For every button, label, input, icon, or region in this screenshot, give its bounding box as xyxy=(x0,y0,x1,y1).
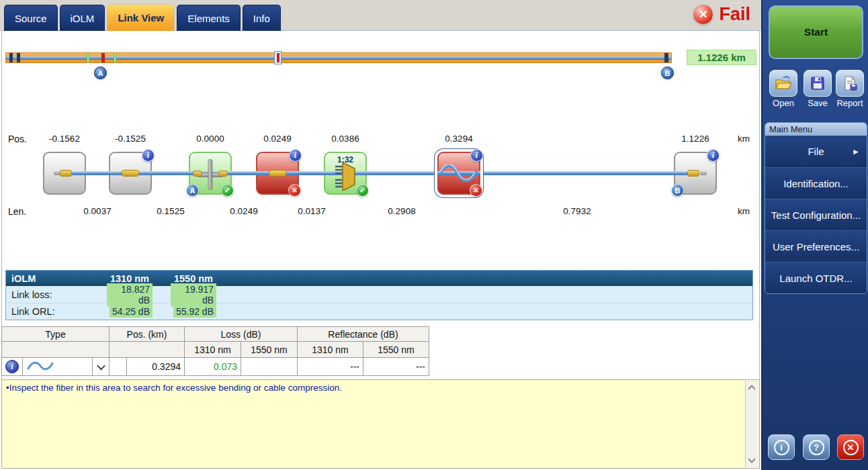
diagnostic-message-text: •Inspect the fiber in this area to searc… xyxy=(2,380,759,395)
test-status: ✕ Fail xyxy=(693,4,750,25)
open-folder-icon xyxy=(774,75,793,91)
pass-check-icon: ✓ xyxy=(221,184,234,197)
main-menu-title: Main Menu xyxy=(765,123,867,136)
link-overview-bar[interactable] xyxy=(5,52,672,63)
type-dropdown[interactable] xyxy=(93,358,110,376)
overview-connector-tick xyxy=(17,53,20,62)
info-badge-icon[interactable]: i xyxy=(142,149,155,162)
segment-length: 0.2908 xyxy=(388,206,415,216)
report-button[interactable] xyxy=(836,70,864,97)
info-badge-icon[interactable]: i xyxy=(707,149,720,162)
help-icon: ? xyxy=(809,440,824,455)
save-button[interactable] xyxy=(804,70,832,97)
overview-connector-tick xyxy=(9,53,13,62)
overview-pass-tick xyxy=(114,53,116,62)
element-splice-1[interactable]: i xyxy=(109,152,152,195)
element-position: 0.3294 xyxy=(445,134,472,144)
overview-fail-tick xyxy=(277,53,279,62)
marker-a-badge: A xyxy=(186,184,199,197)
link-loss-1310-value: 18.827 dB xyxy=(107,283,153,306)
menu-item-test-configuration[interactable]: Test Configuration... xyxy=(765,199,867,230)
loss-1310-value: 0.073 xyxy=(185,358,241,376)
element-position: 1.1226 xyxy=(681,134,709,144)
loss-1550-header: 1550 nm xyxy=(241,342,298,358)
about-button[interactable]: i xyxy=(768,434,795,460)
main-menu: Main Menu File ► Identification... Test … xyxy=(765,122,867,294)
element-splice-fail[interactable]: i ✕ xyxy=(256,152,299,195)
overview-fiber-line xyxy=(6,56,671,60)
tab-info[interactable]: Info xyxy=(243,5,281,31)
marker-a-badge: A xyxy=(94,66,107,79)
scroll-up-icon[interactable] xyxy=(748,385,755,392)
open-button-label: Open xyxy=(767,98,800,108)
overview-selected-element-marker[interactable] xyxy=(274,51,281,64)
sidebar: Start Open Save xyxy=(761,0,868,470)
link-loss-label: Link loss: xyxy=(6,289,107,300)
loss-1550-value: 1.272 xyxy=(241,358,298,376)
pass-check-icon: ✓ xyxy=(356,184,369,197)
link-orl-row: Link ORL: 54.25 dB 55.92 dB xyxy=(6,303,752,320)
menu-item-identification[interactable]: Identification... xyxy=(765,167,867,199)
refl-1310-value: --- xyxy=(298,358,363,376)
pos-row-label: Pos. xyxy=(8,134,27,144)
pos-column-header: Pos. (km) xyxy=(110,327,185,342)
element-connector-start[interactable] xyxy=(43,152,86,195)
menu-item-launch-otdr[interactable]: Launch OTDR... xyxy=(765,262,867,293)
macrobend-icon xyxy=(440,164,478,182)
type-column-header: Type xyxy=(2,327,110,342)
info-badge-icon[interactable]: i xyxy=(470,149,483,162)
menu-item-label: User Preferences... xyxy=(773,241,859,252)
element-macrobend-selected[interactable]: i ✕ xyxy=(437,152,480,195)
element-position: 0.0249 xyxy=(263,134,291,144)
info-badge-icon[interactable]: i xyxy=(289,149,302,162)
scroll-down-icon[interactable] xyxy=(748,455,755,463)
iolm-application-window: Source iOLM Link View Elements Info ✕ Fa… xyxy=(0,0,868,470)
start-button[interactable]: Start xyxy=(769,5,863,59)
element-splitter[interactable]: 1:32 ✓ xyxy=(324,152,367,195)
link-orl-label: Link ORL: xyxy=(6,306,107,317)
link-orl-1550-value: 55.92 dB xyxy=(173,306,216,318)
overview-fail-tick xyxy=(101,53,105,62)
overview-pass-tick xyxy=(87,53,89,62)
exit-button[interactable]: ✕ xyxy=(837,434,864,460)
menu-item-file[interactable]: File ► xyxy=(765,136,867,167)
element-position: -0.1525 xyxy=(115,134,146,144)
menu-item-user-preferences[interactable]: User Preferences... xyxy=(765,230,867,262)
tab-source[interactable]: Source xyxy=(4,5,58,31)
message-scrollbar[interactable] xyxy=(745,381,758,467)
element-position: 0.0386 xyxy=(331,134,359,144)
info-badge-icon[interactable]: i xyxy=(5,360,19,373)
segment-length: 0.7932 xyxy=(563,206,591,216)
refl-1310-header: 1310 nm xyxy=(298,342,363,358)
segment-length: 0.0249 xyxy=(230,206,257,216)
element-connector-a[interactable]: A ✓ xyxy=(189,152,232,195)
close-icon: ✕ xyxy=(843,440,859,455)
fail-x-icon: ✕ xyxy=(470,184,482,197)
marker-b-badge: B xyxy=(671,184,684,197)
tab-iolm[interactable]: iOLM xyxy=(60,5,105,31)
splitter-icon xyxy=(335,162,359,191)
chevron-down-icon xyxy=(97,362,105,371)
tab-link-view[interactable]: Link View xyxy=(107,4,175,31)
fail-x-icon: ✕ xyxy=(693,4,713,25)
fiber-link-line xyxy=(64,171,695,175)
selected-element-row[interactable]: i 0.3294 0.073 1.272 --- --- xyxy=(2,358,429,376)
detail-header-row: Type Pos. (km) Loss (dB) Reflectance (dB… xyxy=(2,327,429,342)
info-icon: i xyxy=(774,440,789,455)
open-button-group: Open xyxy=(767,70,800,108)
loss-column-header: Loss (dB) xyxy=(185,327,298,342)
report-button-label: Report xyxy=(833,98,867,108)
fail-x-icon: ✕ xyxy=(288,184,301,197)
connector-icon xyxy=(687,170,707,177)
wavelength-1310-header: 1310 nm xyxy=(107,273,153,284)
refl-1550-value: --- xyxy=(363,358,429,376)
help-button[interactable]: ? xyxy=(803,434,830,460)
tab-strip: Source iOLM Link View Elements Info xyxy=(4,5,281,31)
open-button[interactable] xyxy=(769,70,797,97)
report-button-group: Report xyxy=(833,70,867,108)
tab-elements[interactable]: Elements xyxy=(177,5,241,31)
save-button-label: Save xyxy=(801,98,834,108)
element-connector-b[interactable]: i B xyxy=(674,152,717,195)
summary-title: iOLM xyxy=(6,273,107,284)
save-button-group: Save xyxy=(801,70,834,108)
